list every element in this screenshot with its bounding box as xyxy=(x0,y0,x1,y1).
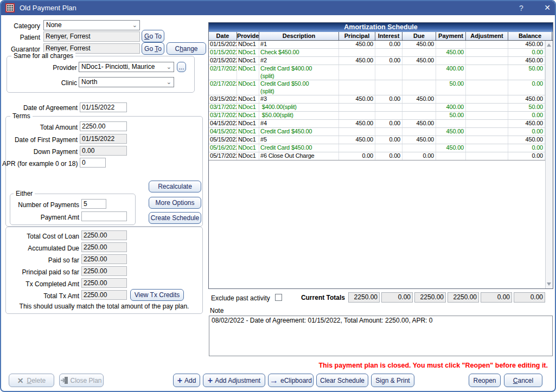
current-total-box: 2250.00 xyxy=(348,292,380,303)
grid-scrollbar[interactable] xyxy=(545,41,553,288)
cell-payment: 400.00 xyxy=(436,104,466,111)
cell-interest xyxy=(375,80,402,95)
number-of-payments-input[interactable]: 5 xyxy=(81,199,106,209)
clear-schedule-button[interactable]: Clear Schedule xyxy=(316,374,368,387)
provider-more-button[interactable]: ... xyxy=(177,62,186,72)
cell-payment xyxy=(436,152,466,160)
column-header-principal[interactable]: Principal xyxy=(339,32,375,40)
cell-balance: 0.00 xyxy=(508,144,545,152)
terms-label: Terms xyxy=(10,112,33,120)
clinic-dropdown[interactable]: North⌄ xyxy=(79,77,174,87)
table-row[interactable]: 03/15/2022NDoc1#3450.000.00450.00450.00 xyxy=(209,95,545,104)
more-options-button[interactable]: More Options xyxy=(149,197,201,209)
table-row[interactable]: 05/15/2022NDoc1#5450.000.00450.00450.00 xyxy=(209,136,545,144)
cell-adjustment xyxy=(466,120,508,127)
cell-description: #2 xyxy=(259,57,339,65)
close-button[interactable]: ✕ xyxy=(539,1,555,15)
cell-description: #5 xyxy=(259,136,339,144)
plus-icon: + xyxy=(177,376,182,385)
cell-date: 03/17/2022 xyxy=(209,104,237,111)
column-header-description[interactable]: Description xyxy=(259,32,339,40)
cell-interest xyxy=(375,104,402,111)
column-header-due[interactable]: Due xyxy=(402,32,436,40)
cell-date: 02/15/2022 xyxy=(209,57,237,65)
column-header-date[interactable]: Date xyxy=(209,32,237,40)
table-row[interactable]: 04/15/2022NDoc1Credit Card $450.00450.00… xyxy=(209,128,545,136)
view-tx-credits-button[interactable]: View Tx Credits xyxy=(130,289,184,301)
category-label: Category xyxy=(1,22,40,30)
table-row[interactable]: 04/15/2022NDoc1#4450.000.00450.00450.00 xyxy=(209,120,545,128)
column-header-provider[interactable]: Provider xyxy=(237,32,259,40)
table-row[interactable]: 01/15/2022NDoc1Check $450.00450.000.00 xyxy=(209,49,545,57)
date-of-agreement-input[interactable]: 01/15/2022 xyxy=(80,102,127,112)
category-dropdown[interactable]: None⌄ xyxy=(43,20,140,30)
table-row[interactable]: 05/16/2022NDoc1Credit Card $450.00450.00… xyxy=(209,144,545,152)
column-header-adjustment[interactable]: Adjustment xyxy=(466,32,508,40)
current-total-box: 0.00 xyxy=(381,292,413,303)
recalculate-button[interactable]: Recalculate xyxy=(149,181,201,192)
cell-interest xyxy=(375,144,402,152)
cell-description: Check $450.00 xyxy=(259,49,339,56)
cell-due xyxy=(402,65,436,80)
grid-body: 01/15/2022NDoc1#1450.000.00450.00450.000… xyxy=(209,41,545,288)
eclipboard-button[interactable]: →eClipboard xyxy=(268,374,314,387)
table-row[interactable]: 02/17/2022NDoc1Credit Card $400.00 (spli… xyxy=(209,65,545,80)
table-row[interactable]: 02/17/2022NDoc1Credit Card $50.00 (split… xyxy=(209,80,545,95)
apr-input[interactable]: 0 xyxy=(80,158,106,168)
guarantor-goto-button[interactable]: Go To xyxy=(142,42,164,55)
exclude-past-activity-checkbox[interactable] xyxy=(275,294,282,301)
patient-label: Patient xyxy=(1,34,40,41)
payment-amt-input[interactable] xyxy=(81,211,127,221)
add-button[interactable]: +Add xyxy=(173,374,200,387)
match-note: This should usually match the total amou… xyxy=(9,303,200,310)
cell-description: Credit Card $450.00 xyxy=(259,144,339,152)
cell-principal xyxy=(339,49,375,56)
cell-principal xyxy=(339,144,375,152)
cell-interest: 0.00 xyxy=(375,152,402,160)
apr-label: APR (for example 0 or 18) xyxy=(2,160,78,168)
total-tx-amt-field: 2250.00 xyxy=(81,290,127,300)
cell-adjustment xyxy=(466,41,508,48)
cancel-button[interactable]: Cancel xyxy=(504,374,542,387)
current-totals-label: Current Totals xyxy=(284,294,345,301)
patient-goto-button[interactable]: Go To xyxy=(142,30,164,42)
add-adjustment-button[interactable]: +Add Adjustment xyxy=(203,374,265,387)
accumulated-due-label: Accumulated Due xyxy=(7,245,79,252)
table-row[interactable]: 03/17/2022NDoc1 $50.00(split)50.000.00 xyxy=(209,112,545,120)
create-schedule-button[interactable]: Create Schedule xyxy=(149,212,201,224)
current-totals-boxes: 2250.000.002250.002250.000.000.00 xyxy=(348,292,546,303)
tx-completed-amt-label: Tx Completed Amt xyxy=(7,280,79,288)
closed-warning: This payment plan is closed. You must cl… xyxy=(245,362,548,369)
cell-due: 0.00 xyxy=(402,152,436,160)
down-payment-field: 0.00 xyxy=(80,146,127,156)
column-header-interest[interactable]: Interest xyxy=(375,32,402,40)
cell-due xyxy=(402,104,436,111)
cell-provider: NDoc1 xyxy=(237,65,259,80)
table-row[interactable]: 02/15/2022NDoc1#2450.000.00450.00450.00 xyxy=(209,57,545,65)
scroll-up-icon[interactable] xyxy=(547,43,551,47)
change-button[interactable]: Change xyxy=(167,42,206,55)
sign-and-print-button[interactable]: Sign & Print xyxy=(371,374,414,387)
table-row[interactable]: 05/17/2022NDoc1#6 Close Out Charge0.000.… xyxy=(209,152,545,160)
cell-provider: NDoc1 xyxy=(237,112,259,119)
table-row[interactable]: 03/17/2022NDoc1 $400.00(split)400.0050.0… xyxy=(209,104,545,112)
cell-interest: 0.00 xyxy=(375,95,402,103)
cell-principal: 450.00 xyxy=(339,41,375,48)
column-header-payment[interactable]: Payment xyxy=(436,32,466,40)
accumulated-due-field: 2250.00 xyxy=(81,242,127,252)
help-button[interactable]: ? xyxy=(513,1,529,15)
scroll-down-icon[interactable] xyxy=(547,282,551,286)
total-amount-input[interactable]: 2250.00 xyxy=(80,121,127,131)
cell-balance: 50.00 xyxy=(508,104,545,111)
cell-date: 05/16/2022 xyxy=(209,144,237,152)
payment-amt-label: Payment Amt xyxy=(12,214,79,221)
note-textarea[interactable]: 08/02/2022 - Date of Agreement: 01/15/20… xyxy=(209,316,553,356)
reopen-button[interactable]: Reopen xyxy=(469,374,501,387)
table-row[interactable]: 01/15/2022NDoc1#1450.000.00450.00450.00 xyxy=(209,41,545,49)
column-header-balance[interactable]: Balance xyxy=(508,32,552,40)
cell-provider: NDoc1 xyxy=(237,41,259,48)
current-total-box: 0.00 xyxy=(481,292,512,303)
provider-dropdown[interactable]: NDoc1- Pinciotti, Maurice⌄ xyxy=(79,62,174,72)
cell-provider: NDoc1 xyxy=(237,120,259,127)
cell-principal: 450.00 xyxy=(339,120,375,127)
